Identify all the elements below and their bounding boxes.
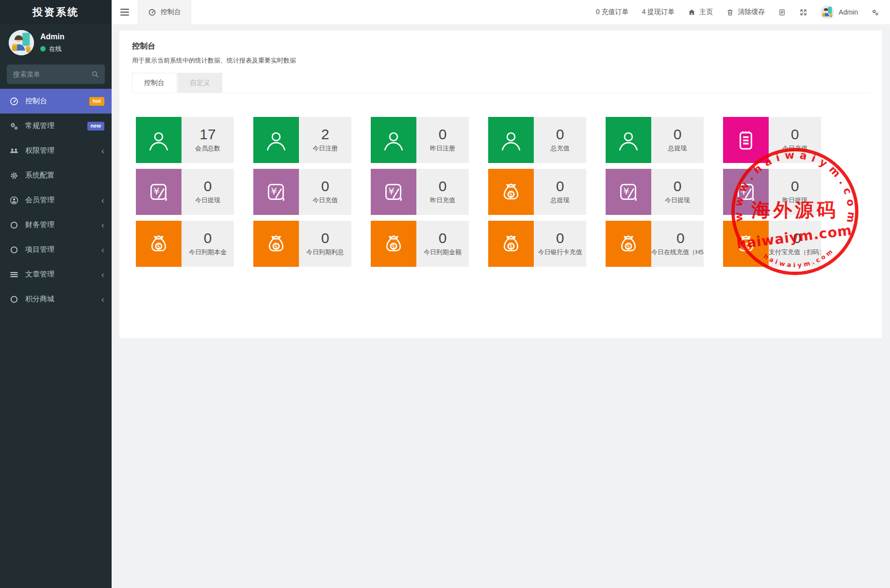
stat-value: 0 [439,127,447,142]
stat-value: 0 [204,231,212,245]
sidebar-item-label: 常规管理 [25,121,87,131]
online-dot-icon [40,46,46,51]
money-bag-icon: $ [616,232,641,256]
tab-console[interactable]: 控制台 [132,73,177,93]
clipboard-icon [734,128,758,152]
trash-icon [726,8,734,16]
sidebar-item-mall[interactable]: 积分商城 ‹ [0,287,112,311]
sidebar-item-config[interactable]: 系统配置 [0,163,112,188]
stat-card: ¥ 0 昨日提现 [723,169,821,215]
stat-value: 0 [556,127,564,142]
stat-card: 0 总充值 [488,117,586,163]
user-panel: Admin 在线 [0,24,112,58]
chevron-left-icon: ‹ [101,196,104,205]
stat-value: 0 [439,179,447,194]
svg-text:¥: ¥ [153,186,160,197]
sidebar-item-general[interactable]: 常规管理 new [0,114,112,138]
sidebar-item-label: 控制台 [25,97,89,106]
sidebar-item-label: 积分商城 [25,294,97,304]
svg-text:$: $ [626,243,630,249]
home-icon [688,8,696,16]
sidebar-item-project[interactable]: 项目管理 ‹ [0,237,112,262]
svg-text:$: $ [509,191,512,197]
stat-value: 0 [791,127,799,142]
sidebar-item-auth[interactable]: 权限管理 ‹ [0,138,112,163]
yen-card-icon: ¥ [734,180,758,204]
page-title: 控制台 [132,41,869,51]
stat-card: 2 今日注册 [253,117,351,163]
stat-card: $ 0 今日银行卡充值 [488,221,586,267]
users-icon [9,146,19,156]
money-bag-icon: $ [734,232,758,256]
sidebar-search [7,65,105,84]
gears-icon [9,121,19,131]
navbar-tab-console[interactable]: 控制台 [138,0,191,24]
recharge-orders-link[interactable]: 0 充值订单 [596,8,629,16]
money-bag-icon: $ [499,232,523,256]
sidebar-item-label: 系统配置 [25,171,104,180]
stat-card: 0 今日充值 [723,117,821,163]
sidebar-item-finance[interactable]: 财务管理 ‹ [0,212,112,237]
stat-label: 总提现 [551,196,570,205]
stat-card: 17 会员总数 [136,117,234,163]
sidebar: 投资系统 Admin 在线 控制台 hot 常规管理 new 权限管理 ‹ 系统… [0,0,112,588]
sidebar-item-label: 权限管理 [25,146,97,155]
yen-card-icon: ¥ [616,180,641,204]
stats-grid: 17 会员总数 2 今日注册 0 昨日注册 0 总充值 0 [136,117,821,267]
stat-card: ¥ 0 今日提现 [136,169,234,215]
stat-label: 今日到期金额 [424,248,461,257]
money-bag-icon: $ [499,180,523,204]
stat-value: 0 [791,179,799,194]
tab-custom[interactable]: 自定义 [178,73,222,93]
clear-cache-label: 清除缓存 [738,8,765,16]
sidebar-item-label: 文章管理 [25,270,97,279]
panel-header: 控制台 用于展示当前系统中的统计数据、统计报表及重要实时数据 控制台 自定义 [119,31,882,93]
page-subtitle: 用于展示当前系统中的统计数据、统计报表及重要实时数据 [132,56,869,65]
gear-icon [9,171,19,180]
stat-value: 0 [321,231,330,245]
chevron-left-icon: ‹ [101,294,104,304]
sidebar-item-label: 财务管理 [25,220,97,229]
user-status-label: 在线 [49,45,62,53]
user-name: Admin [40,33,65,41]
stat-label: 总提现 [668,144,687,153]
sidebar-item-console[interactable]: 控制台 hot [0,89,112,114]
stat-value: 0 [676,231,685,245]
sidebar-item-badge: hot [89,97,104,106]
home-link[interactable]: 主页 [688,8,713,16]
sidebar-toggle-button[interactable] [112,0,138,24]
stat-label: 今日提现 [665,196,690,205]
search-input[interactable] [7,65,105,84]
fullscreen-icon[interactable] [799,8,808,16]
stat-value: 0 [204,179,212,194]
search-icon[interactable] [91,70,99,79]
stat-card: ¥ 0 今日充值 [253,169,351,215]
chevron-left-icon: ‹ [101,146,104,155]
settings-gears-icon[interactable] [871,8,879,16]
person-icon [381,128,406,152]
chevron-left-icon: ‹ [101,245,104,254]
stat-card: 0 昨日注册 [371,117,469,163]
navbar-avatar [821,5,834,19]
person-icon [499,128,523,152]
document-icon[interactable] [778,8,786,16]
stat-card: $ 0 今日在线充值（H5） [606,221,704,267]
svg-text:$: $ [744,243,747,249]
app-title: 投资系统 [0,0,112,24]
stat-card: $ 0 总提现 [488,169,586,215]
svg-text:$: $ [509,243,512,249]
stat-card: $ 0 支付宝充值（扫码） [723,221,821,267]
withdraw-orders-link[interactable]: 4 提现订单 [642,8,675,16]
sidebar-menu: 控制台 hot 常规管理 new 权限管理 ‹ 系统配置 会员管理 ‹ 财务管理… [0,89,112,311]
gauge-icon [148,8,156,16]
stat-value: 0 [674,127,682,142]
navbar-user-menu[interactable]: Admin [821,5,858,19]
yen-card-icon: ¥ [264,180,288,204]
sidebar-item-member[interactable]: 会员管理 ‹ [0,188,112,212]
stat-label: 今日充值 [782,144,808,153]
clear-cache-link[interactable]: 清除缓存 [726,8,765,16]
list-icon [9,270,19,279]
sidebar-item-article[interactable]: 文章管理 ‹ [0,262,112,287]
svg-text:$: $ [274,243,278,249]
stat-label: 昨日注册 [430,144,455,153]
